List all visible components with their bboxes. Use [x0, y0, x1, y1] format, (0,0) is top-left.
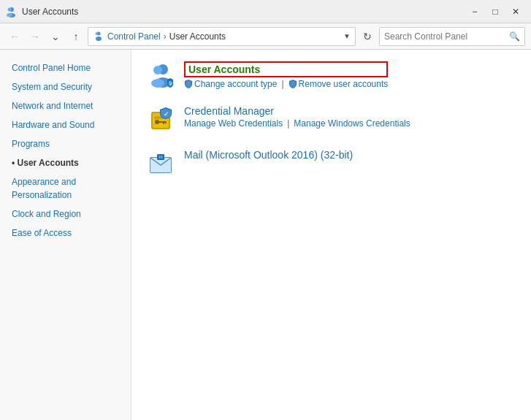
- recent-locations-button[interactable]: ⌄: [47, 28, 64, 45]
- sidebar-item-user-accounts: • User Accounts: [0, 153, 131, 172]
- search-input[interactable]: [384, 31, 509, 42]
- forward-button[interactable]: →: [26, 28, 44, 45]
- user-accounts-links: Change account type | Remove user accoun…: [184, 79, 388, 89]
- main-layout: Control Panel Home System and Security N…: [0, 50, 531, 420]
- title-bar: User Accounts − □ ✕: [0, 0, 531, 23]
- svg-point-15: [155, 120, 159, 124]
- close-button[interactable]: ✕: [506, 4, 525, 19]
- breadcrumb-current: User Accounts: [169, 31, 226, 42]
- back-button[interactable]: ←: [6, 28, 23, 45]
- breadcrumb-dropdown-button[interactable]: ▼: [343, 32, 351, 40]
- svg-rect-17: [163, 121, 164, 124]
- svg-point-2: [8, 7, 12, 11]
- sidebar-item-system-security[interactable]: System and Security: [0, 77, 131, 96]
- shield-icon-1: [184, 79, 193, 89]
- mail-title[interactable]: Mail (Microsoft Outlook 2016) (32-bit): [184, 149, 353, 161]
- search-box: 🔍: [379, 27, 525, 46]
- svg-point-9: [153, 66, 162, 75]
- svg-rect-18: [165, 121, 167, 123]
- sidebar-item-appearance-personalization[interactable]: Appearance and Personalization: [0, 172, 131, 205]
- refresh-button[interactable]: ↻: [359, 28, 376, 45]
- manage-web-credentials-link[interactable]: Manage Web Credentials: [184, 118, 283, 129]
- svg-point-6: [96, 32, 99, 35]
- breadcrumb-control-panel[interactable]: Control Panel: [107, 31, 161, 42]
- breadcrumb-bar: Control Panel › User Accounts ▼: [88, 27, 356, 46]
- change-account-type-link[interactable]: Change account type: [194, 79, 277, 89]
- credential-manager-item: ✓ Credential Manager Manage Web Credenti…: [146, 105, 516, 134]
- mail-content: Mail (Microsoft Outlook 2016) (32-bit): [184, 149, 353, 162]
- svg-point-5: [96, 37, 102, 41]
- user-accounts-icon: ✓: [146, 61, 175, 91]
- user-accounts-item: ✓ User Accounts Change account type |: [146, 61, 516, 91]
- remove-user-accounts-link[interactable]: Remove user accounts: [299, 79, 389, 89]
- breadcrumb-icon: [93, 31, 104, 42]
- svg-text:✓: ✓: [169, 82, 173, 86]
- credential-manager-icon: ✓: [146, 105, 175, 134]
- user-accounts-title[interactable]: User Accounts: [184, 61, 388, 77]
- sidebar-item-ease-of-access[interactable]: Ease of Access: [0, 224, 131, 243]
- sidebar-item-hardware-sound[interactable]: Hardware and Sound: [0, 115, 131, 134]
- mail-item: Mail (Microsoft Outlook 2016) (32-bit): [146, 149, 516, 178]
- minimize-button[interactable]: −: [465, 4, 484, 19]
- search-icon: 🔍: [509, 31, 520, 42]
- sidebar-item-network-internet[interactable]: Network and Internet: [0, 96, 131, 115]
- user-accounts-content: User Accounts Change account type | Remo…: [184, 61, 388, 89]
- svg-point-3: [7, 13, 12, 17]
- window-title: User Accounts: [22, 7, 465, 17]
- window-controls: − □ ✕: [465, 4, 525, 19]
- credential-manager-title[interactable]: Credential Manager: [184, 105, 410, 117]
- sidebar: Control Panel Home System and Security N…: [0, 50, 131, 420]
- address-bar: ← → ⌄ ↑ Control Panel › User Accounts ▼ …: [0, 23, 531, 50]
- shield-icon-2: [289, 79, 297, 89]
- content-area: ✓ User Accounts Change account type |: [131, 50, 531, 420]
- sidebar-item-programs[interactable]: Programs: [0, 134, 131, 153]
- credential-manager-links: Manage Web Credentials | Manage Windows …: [184, 118, 410, 129]
- mail-icon: [146, 149, 175, 178]
- window-icon: [6, 6, 18, 18]
- credential-manager-content: Credential Manager Manage Web Credential…: [184, 105, 410, 129]
- svg-point-10: [151, 79, 164, 88]
- maximize-button[interactable]: □: [486, 4, 505, 19]
- breadcrumb-separator: ›: [164, 31, 167, 42]
- sidebar-item-clock-region[interactable]: Clock and Region: [0, 205, 131, 224]
- sidebar-item-control-panel-home[interactable]: Control Panel Home: [0, 58, 131, 77]
- manage-windows-credentials-link[interactable]: Manage Windows Credentials: [294, 118, 410, 129]
- svg-text:✓: ✓: [164, 111, 169, 118]
- up-button[interactable]: ↑: [67, 28, 85, 45]
